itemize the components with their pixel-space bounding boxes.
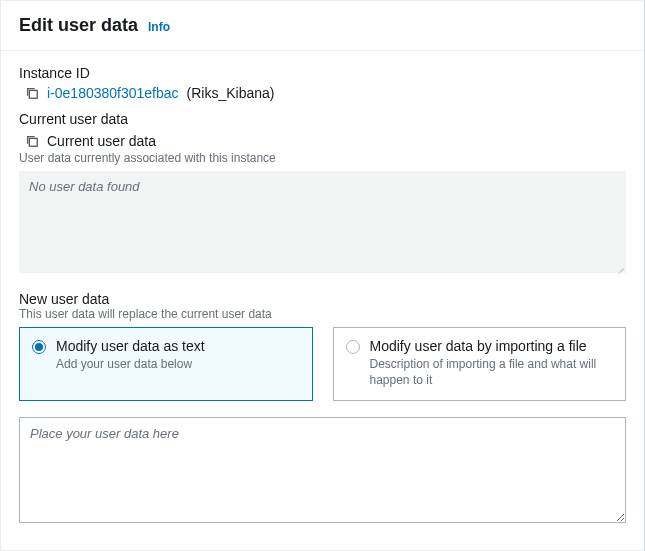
svg-rect-1 bbox=[29, 138, 37, 146]
info-link[interactable]: Info bbox=[148, 20, 170, 34]
current-user-data-box: No user data found bbox=[19, 171, 626, 273]
instance-name: (Riks_Kibana) bbox=[187, 85, 275, 101]
current-user-data-label: Current user data bbox=[19, 111, 626, 127]
user-data-input[interactable] bbox=[19, 417, 626, 523]
radio-icon bbox=[346, 340, 360, 354]
radio-icon bbox=[32, 340, 46, 354]
panel-header: Edit user data Info bbox=[1, 1, 644, 51]
new-user-data-label: New user data bbox=[19, 291, 626, 307]
user-data-mode-radiogroup: Modify user data as text Add your user d… bbox=[19, 327, 626, 401]
radio-title: Modify user data by importing a file bbox=[370, 338, 614, 354]
resize-grip-icon[interactable] bbox=[614, 261, 624, 271]
page-title: Edit user data bbox=[19, 15, 138, 36]
instance-id-label: Instance ID bbox=[19, 65, 626, 81]
copy-icon[interactable] bbox=[25, 134, 39, 148]
radio-modify-as-text[interactable]: Modify user data as text Add your user d… bbox=[19, 327, 313, 401]
svg-rect-0 bbox=[29, 90, 37, 98]
new-user-data-desc: This user data will replace the current … bbox=[19, 307, 626, 321]
radio-desc: Add your user data below bbox=[56, 356, 300, 372]
current-user-data-placeholder: No user data found bbox=[29, 179, 140, 194]
panel-content: Instance ID i-0e180380f301efbac (Riks_Ki… bbox=[1, 51, 644, 550]
radio-desc: Description of importing a file and what… bbox=[370, 356, 614, 388]
current-user-data-desc: User data currently associated with this… bbox=[19, 151, 626, 165]
current-user-data-subhead: Current user data bbox=[47, 133, 156, 149]
current-user-data-subhead-row: Current user data bbox=[25, 133, 626, 149]
instance-id-link[interactable]: i-0e180380f301efbac bbox=[47, 85, 179, 101]
radio-title: Modify user data as text bbox=[56, 338, 300, 354]
radio-import-file[interactable]: Modify user data by importing a file Des… bbox=[333, 327, 627, 401]
edit-user-data-panel: Edit user data Info Instance ID i-0e1803… bbox=[0, 0, 645, 551]
instance-id-row: i-0e180380f301efbac (Riks_Kibana) bbox=[25, 85, 626, 101]
copy-icon[interactable] bbox=[25, 86, 39, 100]
